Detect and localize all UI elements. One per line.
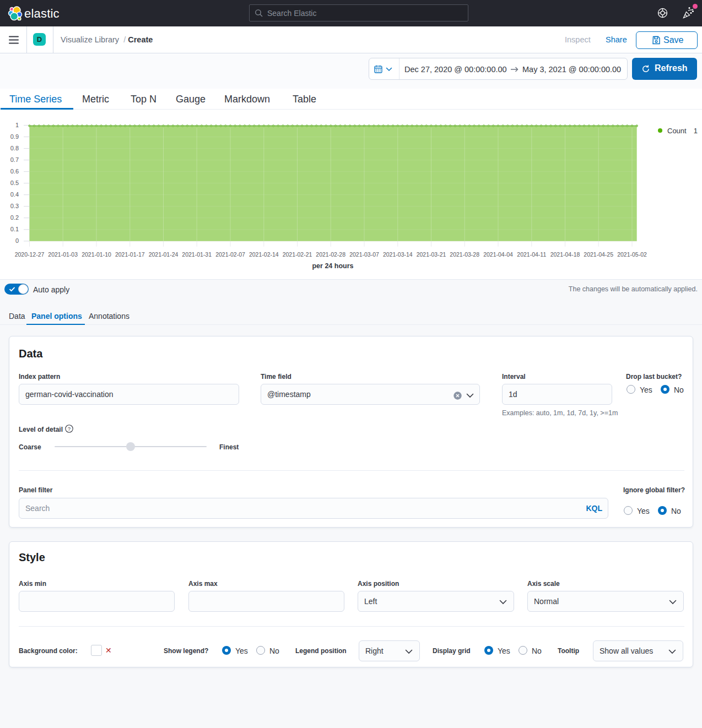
svg-text:2021-04-11: 2021-04-11 <box>517 251 546 258</box>
svg-text:2021-01-03: 2021-01-03 <box>48 251 78 258</box>
svg-text:2020-12-27: 2020-12-27 <box>15 251 45 258</box>
svg-text:1: 1 <box>15 122 19 128</box>
svg-text:0.5: 0.5 <box>10 180 19 186</box>
svg-text:2021-04-04: 2021-04-04 <box>483 251 513 258</box>
svg-text:2021-04-25: 2021-04-25 <box>584 251 613 258</box>
svg-text:0.4: 0.4 <box>10 191 19 198</box>
svg-text:2021-01-31: 2021-01-31 <box>182 251 212 258</box>
svg-text:Count: Count <box>667 127 687 135</box>
svg-text:0.3: 0.3 <box>10 203 19 209</box>
svg-text:0: 0 <box>15 237 19 244</box>
svg-text:?: ? <box>68 426 71 432</box>
svg-text:per 24 hours: per 24 hours <box>312 262 353 270</box>
svg-text:2021-03-21: 2021-03-21 <box>417 251 446 258</box>
svg-text:2021-02-14: 2021-02-14 <box>249 251 279 258</box>
svg-text:0.2: 0.2 <box>10 214 19 221</box>
svg-text:2021-01-17: 2021-01-17 <box>115 251 145 258</box>
svg-text:2021-04-18: 2021-04-18 <box>550 251 580 258</box>
svg-text:0.6: 0.6 <box>10 168 19 175</box>
svg-text:2021-01-10: 2021-01-10 <box>82 251 111 258</box>
svg-text:0.7: 0.7 <box>10 156 19 163</box>
svg-text:2021-02-07: 2021-02-07 <box>215 251 245 258</box>
svg-text:2021-05-02: 2021-05-02 <box>617 251 647 258</box>
svg-text:2021-03-28: 2021-03-28 <box>450 251 479 258</box>
svg-text:2021-02-28: 2021-02-28 <box>316 251 345 258</box>
svg-text:1: 1 <box>694 127 698 135</box>
svg-text:2021-03-14: 2021-03-14 <box>383 251 413 258</box>
svg-text:0.1: 0.1 <box>10 226 19 232</box>
svg-text:2021-03-07: 2021-03-07 <box>349 251 379 258</box>
svg-text:2021-01-24: 2021-01-24 <box>149 251 179 258</box>
svg-text:0.9: 0.9 <box>10 133 19 140</box>
svg-text:0.8: 0.8 <box>10 145 19 151</box>
svg-text:2021-02-21: 2021-02-21 <box>283 251 312 258</box>
